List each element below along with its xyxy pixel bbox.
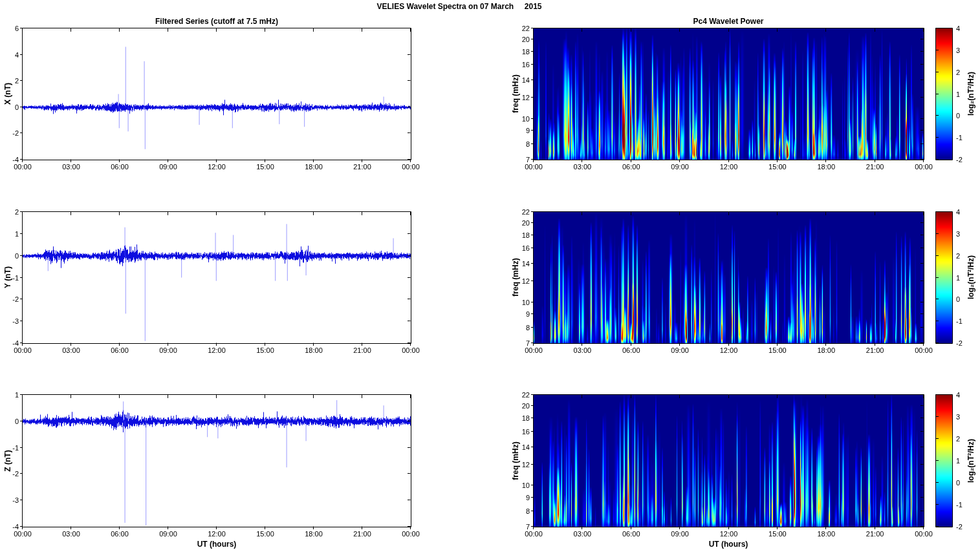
freq-tick-label: 10	[522, 115, 530, 122]
x-tick-label: 18:00	[817, 347, 835, 354]
wavelet-power-title: Pc4 Wavelet Power	[693, 17, 764, 26]
freq-tick-label: 14	[522, 443, 530, 450]
colorbar-tick-label: 0	[956, 480, 960, 487]
y-tick-label: -4	[12, 340, 19, 347]
colorbar-tick-label: 2	[956, 69, 960, 76]
wavelet-spectra-figure: VELIES Wavelet Spectra on 07 March 2015 …	[0, 0, 980, 550]
y-axis-label-z-nt: Z (nT)	[3, 450, 12, 471]
freq-tick-label: 9	[526, 127, 530, 134]
freq-axis-label-bottom: freq (mHz)	[511, 441, 520, 480]
x-tick-label: 06:00	[622, 347, 640, 354]
x-tick-label: 03:00	[62, 164, 80, 171]
y-axis-label-x-nt: X (nT)	[3, 83, 12, 105]
freq-tick-label: 16	[522, 245, 530, 252]
colorbar-tick-label: 0	[956, 296, 960, 303]
freq-tick-label: 16	[522, 428, 530, 435]
x-tick-label: 00:00	[915, 164, 933, 171]
colorbar-tick-label: 4	[956, 392, 960, 399]
x-tick-label: 15:00	[256, 164, 274, 171]
freq-tick-label: 7	[526, 524, 530, 531]
x-tick-label: 03:00	[62, 347, 80, 354]
y-tick-label: -1	[12, 444, 19, 451]
freq-tick-label: 8	[526, 141, 530, 148]
colorbar-tick-label: 1	[956, 90, 960, 98]
x-tick-label: 21:00	[866, 347, 884, 354]
x-tick-label: 15:00	[768, 531, 787, 538]
y-tick-label: 0	[15, 252, 19, 259]
x-tick-label: 09:00	[159, 164, 177, 171]
y-tick-label: -4	[12, 524, 19, 531]
x-tick-label: 03:00	[574, 347, 592, 354]
y-tick-label: -3	[12, 497, 19, 504]
y-tick-label: 0	[15, 418, 19, 425]
y-tick-label: 6	[15, 25, 19, 32]
freq-tick-label: 14	[522, 260, 530, 268]
x-tick-label: 12:00	[720, 164, 738, 171]
freq-tick-label: 12	[522, 278, 530, 285]
colorbar-tick-label: 3	[956, 230, 960, 237]
colorbar-tick-label: 0	[956, 112, 960, 120]
y-tick-label: 0	[15, 103, 19, 111]
x-tick-label: 06:00	[111, 164, 129, 171]
x-tick-label: 03:00	[574, 531, 592, 538]
x-tick-label: 18:00	[305, 347, 323, 354]
x-tick-label: 21:00	[866, 164, 884, 171]
x-tick-label: 12:00	[720, 531, 738, 538]
colorbar-tick-label: 4	[956, 25, 960, 32]
x-tick-label: 09:00	[671, 164, 689, 171]
freq-tick-label: 12	[522, 94, 530, 101]
freq-tick-label: 8	[526, 324, 530, 332]
figure-title: VELIES Wavelet Spectra on 07 March 2015	[377, 2, 542, 11]
freq-tick-label: 22	[522, 392, 530, 399]
x-tick-label: 03:00	[62, 531, 80, 538]
y-tick-label: 1	[15, 392, 19, 399]
freq-tick-label: 18	[522, 414, 530, 421]
freq-tick-label: 14	[522, 77, 530, 84]
x-tick-label: 09:00	[671, 347, 689, 354]
x-tick-label: 00:00	[915, 531, 933, 538]
y-tick-label: 4	[15, 51, 19, 58]
y-tick-label: 2	[15, 78, 19, 85]
x-tick-label: 00:00	[525, 531, 543, 538]
x-tick-label: 09:00	[671, 531, 689, 538]
freq-tick-label: 9	[526, 311, 530, 318]
colorbar-tick-label: 3	[956, 47, 960, 54]
colorbar-tick-label: 1	[956, 458, 960, 465]
freq-tick-label: 18	[522, 231, 530, 238]
x-tick-label: 18:00	[305, 164, 323, 171]
x-tick-label: 21:00	[353, 347, 371, 354]
x-tick-label: 21:00	[866, 531, 884, 538]
x-tick-label: 18:00	[817, 531, 835, 538]
freq-tick-label: 9	[526, 494, 530, 502]
x-tick-label: 12:00	[208, 164, 226, 171]
x-tick-label: 00:00	[14, 347, 32, 354]
x-tick-label: 12:00	[208, 531, 226, 538]
x-tick-label: 09:00	[159, 531, 177, 538]
x-tick-label: 15:00	[256, 347, 274, 354]
y-tick-label: -3	[12, 318, 19, 325]
colorbar-tick-label: -1	[956, 318, 963, 325]
ut-hours-label-left: UT (hours)	[197, 540, 237, 549]
freq-tick-label: 7	[526, 156, 530, 164]
freq-tick-label: 22	[522, 209, 530, 216]
freq-tick-label: 10	[522, 299, 530, 306]
y-axis-label-y-nt: Y (nT)	[3, 266, 12, 288]
x-tick-label: 21:00	[353, 164, 371, 171]
freq-tick-label: 10	[522, 482, 530, 489]
y-tick-label: -2	[12, 130, 19, 137]
x-tick-label: 00:00	[915, 347, 933, 354]
x-tick-label: 12:00	[208, 347, 226, 354]
y-tick-label: 2	[15, 209, 19, 216]
x-tick-label: 00:00	[402, 164, 420, 171]
colorbar-label-middle: log₂(nT²/Hz)	[966, 255, 975, 299]
x-tick-label: 06:00	[111, 531, 129, 538]
colorbar-tick-label: -2	[956, 156, 963, 164]
colorbar-tick-label: 2	[956, 252, 960, 259]
y-tick-label: -1	[12, 274, 19, 281]
freq-axis-label-middle: freq (mHz)	[511, 258, 520, 296]
x-tick-label: 15:00	[768, 164, 787, 171]
colorbar-tick-label: 2	[956, 436, 960, 443]
x-tick-label: 09:00	[159, 347, 177, 354]
colorbar-label-bottom: log₂(nT²/Hz)	[966, 439, 975, 483]
x-tick-label: 00:00	[402, 347, 420, 354]
